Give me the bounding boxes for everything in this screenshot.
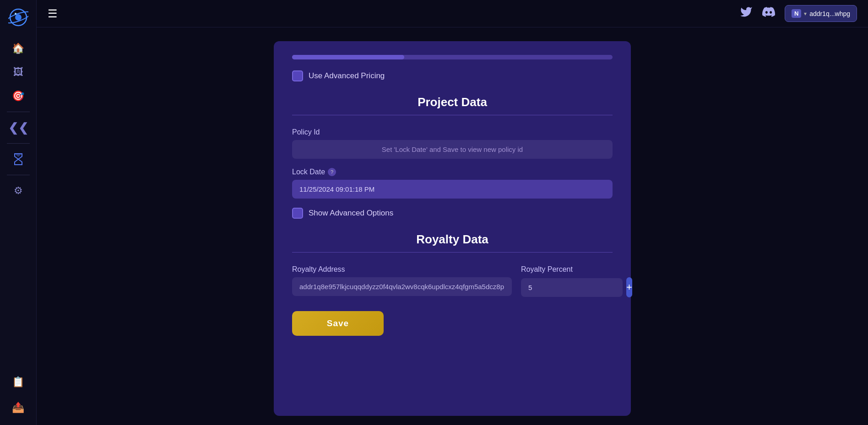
royalty-data-divider xyxy=(292,252,613,253)
progress-bar-container xyxy=(292,55,613,59)
sidebar-item-home[interactable]: 🏠 xyxy=(8,38,28,59)
svg-point-2 xyxy=(15,14,22,21)
sidebar-item-export[interactable]: 📤 xyxy=(8,398,28,418)
project-data-title: Project Data xyxy=(292,95,613,109)
lock-date-field: Lock Date ? xyxy=(292,168,613,208)
sidebar-divider-1 xyxy=(7,112,30,112)
sidebar-item-settings[interactable]: ⚙ xyxy=(8,181,28,201)
royalty-add-button[interactable]: + xyxy=(626,277,632,297)
sidebar-item-target[interactable]: 🎯 xyxy=(8,86,28,106)
royalty-percent-label: Royalty Percent xyxy=(521,265,613,274)
policy-id-field: Policy Id Set 'Lock Date' and Save to vi… xyxy=(292,128,613,159)
topbar-left: ☰ xyxy=(48,7,58,20)
sidebar-divider-2 xyxy=(7,143,30,144)
royalty-data-title: Royalty Data xyxy=(292,232,613,247)
topbar: ☰ N ▾ addr1q...whpg xyxy=(37,0,868,27)
lock-date-help-icon[interactable]: ? xyxy=(328,168,336,176)
sidebar: 🏠 🖼 🎯 ❮❮ ⚙ 📋 📤 xyxy=(0,0,37,425)
main-content: Use Advanced Pricing Project Data Policy… xyxy=(37,27,868,425)
royalty-address-input[interactable] xyxy=(292,277,512,296)
show-advanced-options-row: Show Advanced Options xyxy=(292,208,613,219)
topbar-right: N ▾ addr1q...whpg xyxy=(740,5,857,22)
show-advanced-options-checkbox[interactable] xyxy=(292,208,303,219)
royalty-percent-input[interactable] xyxy=(521,278,623,297)
royalty-address-col: Royalty Address xyxy=(292,265,512,297)
royalty-percent-col: Royalty Percent + xyxy=(521,265,613,297)
app-logo[interactable] xyxy=(6,5,30,29)
sidebar-item-arrows[interactable]: ❮❮ xyxy=(8,118,28,138)
sidebar-divider-3 xyxy=(7,175,30,175)
use-advanced-pricing-checkbox[interactable] xyxy=(292,70,303,81)
sidebar-item-clipboard[interactable]: 📋 xyxy=(8,372,28,392)
discord-icon[interactable] xyxy=(762,5,776,22)
sidebar-item-hourglass[interactable] xyxy=(8,149,28,169)
wallet-n-label: N xyxy=(792,9,801,18)
royalty-row: Royalty Address Royalty Percent + xyxy=(292,265,613,297)
policy-id-label: Policy Id xyxy=(292,128,613,136)
project-data-divider xyxy=(292,115,613,115)
wallet-address: addr1q...whpg xyxy=(809,10,850,17)
lock-date-input[interactable] xyxy=(292,180,613,199)
royalty-data-section: Royalty Data Royalty Address Royalty Per… xyxy=(292,232,613,297)
royalty-address-label: Royalty Address xyxy=(292,265,512,274)
use-advanced-pricing-label: Use Advanced Pricing xyxy=(309,71,385,81)
progress-bar-fill xyxy=(292,55,404,59)
hamburger-menu[interactable]: ☰ xyxy=(48,7,58,20)
royalty-percent-input-row: + xyxy=(521,277,613,297)
sidebar-item-gallery[interactable]: 🖼 xyxy=(8,62,28,82)
sidebar-bottom: 📋 📤 xyxy=(8,370,28,420)
lock-date-label: Lock Date ? xyxy=(292,168,613,176)
main-card: Use Advanced Pricing Project Data Policy… xyxy=(274,41,631,416)
show-advanced-options-label: Show Advanced Options xyxy=(309,209,393,218)
twitter-icon[interactable] xyxy=(740,5,753,22)
use-advanced-pricing-row: Use Advanced Pricing xyxy=(292,70,613,81)
save-button[interactable]: Save xyxy=(292,311,384,336)
policy-id-input: Set 'Lock Date' and Save to view new pol… xyxy=(292,140,613,159)
project-data-section: Project Data Policy Id Set 'Lock Date' a… xyxy=(292,95,613,219)
svg-point-3 xyxy=(15,13,16,15)
wallet-button[interactable]: N ▾ addr1q...whpg xyxy=(785,5,857,22)
